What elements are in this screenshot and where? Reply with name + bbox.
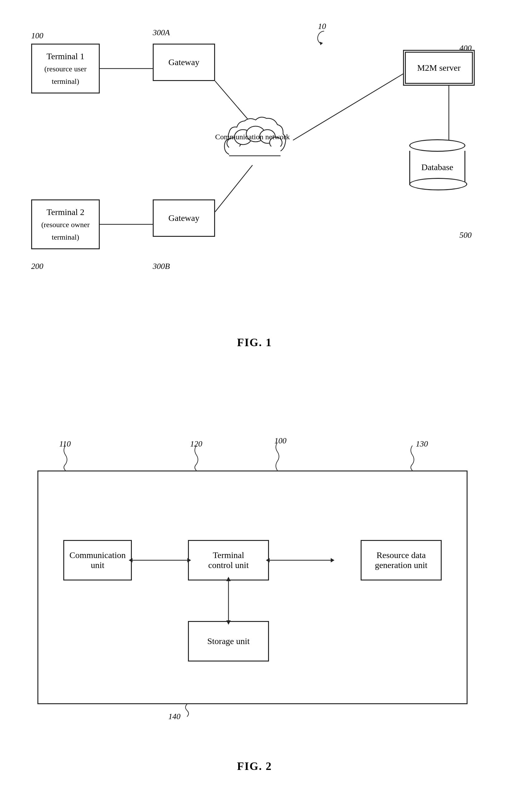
fig2-internal-arrows [38,471,467,703]
svg-marker-18 [331,558,334,562]
cylinder-top [409,139,465,152]
ref-300b: 300B [153,262,170,271]
wavy-arrow-110 [56,443,75,470]
gatewayA-box: Gateway [153,44,215,81]
svg-line-4 [293,67,414,140]
gatewayA-label: Gateway [168,56,200,68]
ref-500: 500 [460,231,472,240]
terminal1-label: Terminal 1(resource userterminal) [44,50,86,87]
resource-gen-box: Resource datageneration unit [361,540,442,580]
fig2-outer-box: Communicationunit Terminalcontrol unit R… [37,470,468,704]
cylinder-body: Database [409,151,465,185]
terminal1-box: Terminal 1(resource userterminal) [31,44,100,94]
system-arrow [312,28,337,47]
cloud-container: Communication network [212,106,293,168]
cylinder-shape: Database [409,137,465,187]
gatewayB-label: Gateway [168,212,200,224]
database-label: Database [421,162,453,172]
comm-unit-label: Communicationunit [69,550,126,570]
fig1-diagram: 100 Terminal 1(resource userterminal) 30… [19,12,490,355]
cloud-svg [212,106,293,168]
terminal2-label: Terminal 2(resource ownerterminal) [41,206,90,243]
m2mserver-label: M2M server [405,52,473,84]
wavy-arrow-140 [175,703,200,718]
comm-unit-box: Communicationunit [63,540,132,580]
ref-200: 200 [31,262,43,271]
svg-line-3 [215,165,252,212]
svg-marker-6 [320,42,323,45]
terminal2-box: Terminal 2(resource ownerterminal) [31,200,100,249]
wavy-arrow-130 [403,443,422,470]
storage-unit-label: Storage unit [207,636,250,646]
fig1-label: FIG. 1 [237,336,272,349]
storage-unit-box: Storage unit [188,621,269,662]
ref-100: 100 [31,31,43,40]
fig2-diagram: 100 110 120 130 Communicationunit [19,421,490,779]
wavy-arrow-100 [265,439,290,470]
m2mserver-outer: M2M server [403,50,475,86]
fig2-label: FIG. 2 [237,760,272,773]
resource-gen-label: Resource datageneration unit [375,550,428,570]
gatewayB-box: Gateway [153,200,215,237]
terminal-ctrl-label: Terminalcontrol unit [208,550,249,570]
cylinder-bottom [409,178,467,190]
ref-300a: 300A [153,28,170,37]
terminal-ctrl-box: Terminalcontrol unit [188,540,269,580]
wavy-arrow-120 [187,443,206,470]
database-container: Database [403,131,472,193]
